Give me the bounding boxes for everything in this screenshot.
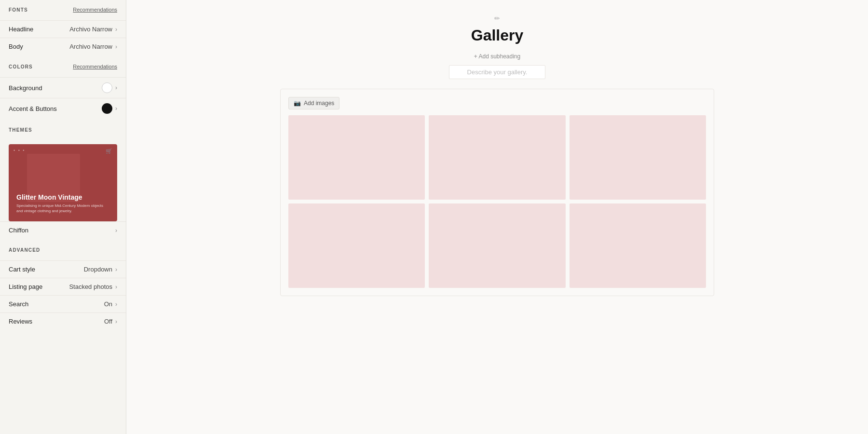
accent-row[interactable]: Accent & Buttons › bbox=[0, 98, 126, 119]
headline-chevron-icon: › bbox=[115, 26, 117, 33]
theme-preview-inner: • • • 🛒 Glitter Moon Vintage Specialisin… bbox=[9, 144, 117, 221]
headline-label: Headline bbox=[9, 26, 33, 33]
search-label: Search bbox=[9, 300, 28, 308]
add-images-label: Add images bbox=[304, 100, 334, 107]
cart-style-row[interactable]: Cart style Dropdown › bbox=[0, 260, 126, 278]
add-subheading-button[interactable]: + Add subheading bbox=[470, 51, 525, 62]
gallery-description[interactable]: Describe your gallery. bbox=[449, 65, 545, 79]
listing-page-value: Stacked photos › bbox=[69, 283, 117, 290]
background-value: › bbox=[102, 82, 117, 93]
reviews-row[interactable]: Reviews Off › bbox=[0, 312, 126, 330]
pencil-icon: ✏ bbox=[494, 14, 500, 22]
theme-cart-icon: 🛒 bbox=[106, 148, 112, 154]
colors-section-title: COLORS bbox=[9, 64, 33, 69]
gallery-cell-3 bbox=[570, 115, 706, 200]
gallery-cell-1 bbox=[288, 115, 425, 200]
gallery-title[interactable]: Gallery bbox=[465, 24, 530, 47]
cart-style-value: Dropdown › bbox=[84, 266, 117, 273]
accent-label: Accent & Buttons bbox=[9, 105, 57, 112]
themes-section-title: THEMES bbox=[9, 127, 32, 133]
colors-recommendations-link[interactable]: Recommendations bbox=[73, 64, 117, 69]
chiffon-chevron-icon: › bbox=[115, 227, 117, 234]
gallery-cell-4 bbox=[288, 203, 425, 288]
gallery-container: 📷 Add images bbox=[280, 89, 714, 296]
chiffon-value: › bbox=[115, 227, 117, 234]
body-value: Archivo Narrow › bbox=[69, 43, 117, 50]
add-images-button[interactable]: 📷 Add images bbox=[288, 97, 339, 109]
cart-style-label: Cart style bbox=[9, 266, 35, 273]
reviews-value: Off › bbox=[104, 318, 117, 325]
headline-row[interactable]: Headline Archivo Narrow › bbox=[0, 20, 126, 38]
sidebar: FONTS Recommendations Headline Archivo N… bbox=[0, 0, 126, 434]
theme-title: Glitter Moon Vintage bbox=[16, 193, 82, 201]
main-content: ✏ Gallery + Add subheading Describe your… bbox=[126, 0, 868, 434]
cart-chevron-icon: › bbox=[115, 266, 117, 273]
gallery-cell-2 bbox=[429, 115, 565, 200]
chiffon-label: Chiffon bbox=[9, 227, 28, 234]
search-chevron-icon: › bbox=[115, 301, 117, 308]
theme-subtitle: Specialising in unique Mid-Century Moder… bbox=[16, 203, 109, 214]
accent-value: › bbox=[102, 103, 117, 114]
chiffon-row[interactable]: Chiffon › bbox=[0, 221, 126, 239]
body-label: Body bbox=[9, 43, 23, 50]
background-label: Background bbox=[9, 84, 42, 92]
search-value: On › bbox=[104, 300, 117, 308]
headline-value: Archivo Narrow › bbox=[69, 26, 117, 33]
fonts-recommendations-link[interactable]: Recommendations bbox=[73, 7, 117, 13]
listing-chevron-icon: › bbox=[115, 284, 117, 290]
theme-dots-icon: • • • bbox=[14, 148, 25, 153]
fonts-section-title: FONTS bbox=[9, 7, 28, 13]
reviews-label: Reviews bbox=[9, 318, 32, 325]
background-color-swatch bbox=[102, 82, 112, 93]
advanced-section-title: ADVANCED bbox=[9, 247, 41, 253]
theme-preview[interactable]: • • • 🛒 Glitter Moon Vintage Specialisin… bbox=[9, 144, 117, 221]
camera-icon: 📷 bbox=[294, 100, 301, 107]
accent-chevron-icon: › bbox=[115, 105, 117, 112]
advanced-section: ADVANCED bbox=[0, 239, 126, 260]
listing-page-label: Listing page bbox=[9, 283, 42, 290]
colors-section: COLORS Recommendations bbox=[0, 55, 126, 77]
body-row[interactable]: Body Archivo Narrow › bbox=[0, 38, 126, 55]
gallery-cell-6 bbox=[570, 203, 706, 288]
gallery-header: ✏ Gallery + Add subheading Describe your… bbox=[304, 14, 690, 79]
fonts-section: FONTS Recommendations bbox=[0, 0, 126, 20]
gallery-cell-5 bbox=[429, 203, 565, 288]
accent-color-swatch bbox=[102, 103, 112, 114]
themes-section: THEMES bbox=[0, 119, 126, 140]
background-chevron-icon: › bbox=[115, 84, 117, 91]
reviews-chevron-icon: › bbox=[115, 318, 117, 325]
body-chevron-icon: › bbox=[115, 43, 117, 50]
search-row[interactable]: Search On › bbox=[0, 295, 126, 312]
listing-page-row[interactable]: Listing page Stacked photos › bbox=[0, 278, 126, 295]
gallery-grid bbox=[288, 115, 706, 288]
background-row[interactable]: Background › bbox=[0, 77, 126, 98]
